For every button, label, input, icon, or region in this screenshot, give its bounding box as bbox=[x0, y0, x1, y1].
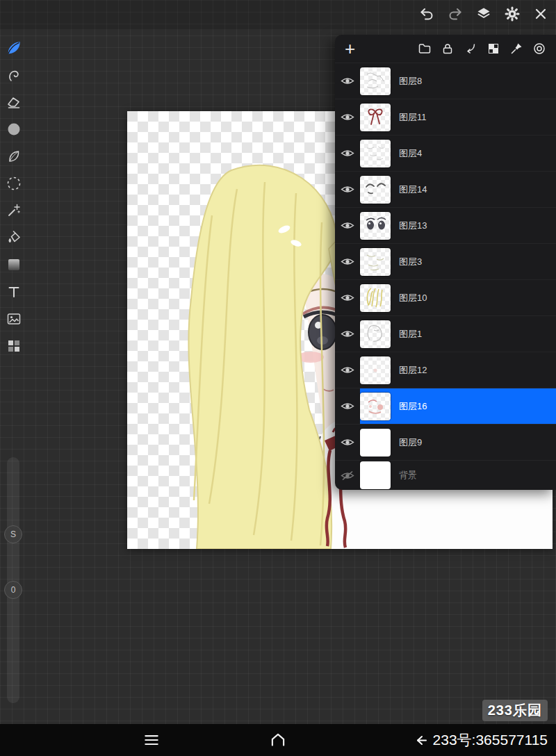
lock-icon bbox=[441, 42, 455, 56]
eye-off-icon bbox=[341, 470, 354, 481]
add-layer-button[interactable]: + bbox=[345, 40, 355, 58]
eye-icon bbox=[341, 293, 354, 303]
pin-button[interactable] bbox=[509, 42, 523, 56]
layer-name: 图层3 bbox=[399, 256, 422, 268]
import-arrow-icon bbox=[464, 42, 477, 56]
background-layer-row[interactable]: 背景 bbox=[335, 460, 556, 490]
slider-s-button[interactable]: S bbox=[4, 525, 22, 543]
eraser-tool-button[interactable] bbox=[5, 93, 23, 111]
layer-row[interactable]: 图层8 bbox=[335, 63, 556, 99]
layer-thumbnail[interactable] bbox=[360, 176, 391, 204]
canvas-layout-tool-button[interactable] bbox=[5, 337, 23, 355]
eye-icon bbox=[341, 112, 354, 122]
import-button[interactable] bbox=[464, 42, 477, 56]
layer-thumbnail[interactable] bbox=[360, 320, 391, 348]
layer-row[interactable]: 图层11 bbox=[335, 99, 556, 135]
layer-thumbnail[interactable] bbox=[360, 461, 391, 489]
layer-name: 图层10 bbox=[399, 292, 427, 304]
layers-panel-header: + bbox=[335, 35, 556, 63]
spiral-button[interactable] bbox=[532, 42, 546, 56]
fill-bucket-tool-button[interactable] bbox=[5, 229, 23, 247]
brush-size-slider[interactable]: S 0 bbox=[7, 457, 19, 703]
layer-visibility-toggle[interactable] bbox=[335, 388, 360, 424]
eye-icon bbox=[341, 76, 354, 86]
checkerboard-icon bbox=[486, 42, 500, 56]
layer-thumbnail[interactable] bbox=[360, 67, 391, 95]
layer-row[interactable]: 图层14 bbox=[335, 171, 556, 207]
gradient-tool-button[interactable] bbox=[5, 256, 23, 274]
layer-name: 图层9 bbox=[399, 436, 422, 449]
layer-thumbnail[interactable] bbox=[360, 393, 391, 420]
layer-thumbnail[interactable] bbox=[360, 429, 391, 457]
slider-o-button[interactable]: 0 bbox=[4, 581, 22, 599]
home-button[interactable] bbox=[269, 731, 287, 752]
leaf-icon bbox=[6, 148, 22, 165]
layer-row[interactable]: 图层9 bbox=[335, 424, 556, 460]
checkerboard-button[interactable] bbox=[486, 42, 500, 56]
undo-icon bbox=[418, 6, 435, 22]
text-icon bbox=[6, 284, 22, 300]
smudge-icon bbox=[6, 67, 22, 83]
layer-row[interactable]: 图层12 bbox=[335, 352, 556, 388]
layer-row[interactable]: 图层1 bbox=[335, 315, 556, 352]
bottom-bar: 233号:365577115 bbox=[0, 724, 556, 756]
layer-visibility-toggle[interactable] bbox=[335, 99, 360, 135]
layer-row[interactable]: 图层10 bbox=[335, 279, 556, 315]
eraser-icon bbox=[6, 94, 22, 110]
color-circle-tool-button[interactable] bbox=[5, 120, 23, 138]
settings-button[interactable] bbox=[504, 6, 521, 22]
layer-visibility-toggle[interactable] bbox=[335, 208, 360, 243]
layer-name: 图层14 bbox=[399, 183, 427, 196]
layer-thumbnail[interactable] bbox=[360, 104, 391, 131]
layer-name: 图层1 bbox=[399, 328, 422, 340]
layer-visibility-toggle[interactable] bbox=[335, 352, 360, 388]
paint-brush-icon bbox=[5, 39, 23, 57]
layer-visibility-toggle[interactable] bbox=[335, 280, 360, 315]
selection-tool-button[interactable] bbox=[5, 174, 23, 192]
layer-visibility-toggle[interactable] bbox=[335, 316, 360, 352]
watermark-badge: 233乐园 bbox=[482, 700, 548, 721]
layer-name: 背景 bbox=[399, 469, 417, 482]
menu-button[interactable] bbox=[142, 731, 161, 752]
layer-row[interactable]: 图层4 bbox=[335, 135, 556, 171]
leaf-brush-tool-button[interactable] bbox=[5, 147, 23, 165]
eye-icon bbox=[341, 329, 354, 339]
layer-row[interactable]: 图层13 bbox=[335, 207, 556, 243]
redo-button[interactable] bbox=[447, 6, 464, 22]
layer-thumbnail[interactable] bbox=[360, 140, 391, 167]
layer-row-selected[interactable]: 图层16 bbox=[335, 388, 556, 424]
image-tool-button[interactable] bbox=[5, 310, 23, 328]
layer-thumbnail[interactable] bbox=[360, 284, 391, 312]
eye-icon bbox=[341, 437, 354, 447]
layer-visibility-toggle[interactable] bbox=[335, 135, 360, 171]
undo-button[interactable] bbox=[418, 6, 435, 22]
layer-name: 图层8 bbox=[399, 75, 422, 88]
folder-button[interactable] bbox=[418, 42, 432, 56]
layers-button[interactable] bbox=[475, 6, 492, 22]
smudge-tool-button[interactable] bbox=[5, 66, 23, 84]
layer-visibility-toggle[interactable] bbox=[335, 63, 360, 99]
eye-icon bbox=[341, 401, 354, 411]
menu-icon bbox=[142, 731, 161, 749]
layer-row[interactable]: 图层3 bbox=[335, 243, 556, 279]
adjustments-tool-button[interactable] bbox=[5, 202, 23, 220]
eye-icon bbox=[341, 184, 354, 195]
layer-visibility-toggle[interactable] bbox=[335, 172, 360, 207]
layers-panel: + 图层 bbox=[335, 35, 556, 490]
paint-brush-tool-button[interactable] bbox=[5, 39, 23, 57]
layer-visibility-toggle[interactable] bbox=[335, 425, 360, 460]
layer-thumbnail[interactable] bbox=[360, 248, 391, 276]
spiral-icon bbox=[532, 42, 546, 56]
lock-button[interactable] bbox=[441, 42, 455, 56]
layer-thumbnail[interactable] bbox=[360, 212, 391, 240]
layer-thumbnail[interactable] bbox=[360, 356, 391, 384]
tool-sidebar bbox=[0, 39, 28, 355]
close-button[interactable] bbox=[532, 6, 549, 22]
layer-name: 图层4 bbox=[399, 147, 422, 160]
layer-visibility-toggle[interactable] bbox=[335, 461, 360, 490]
text-tool-button[interactable] bbox=[5, 283, 23, 301]
layer-visibility-toggle[interactable] bbox=[335, 244, 360, 279]
back-arrow-icon bbox=[415, 734, 429, 747]
eye-icon bbox=[341, 256, 354, 267]
layer-name: 图层11 bbox=[399, 111, 427, 124]
